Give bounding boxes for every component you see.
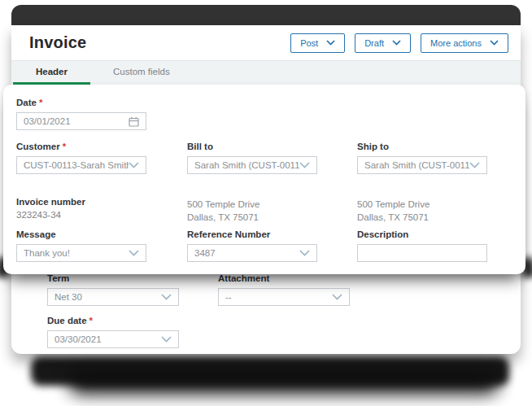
more-actions-button-label: More actions bbox=[430, 38, 482, 48]
ship-to-select[interactable]: Sarah Smith (CUST-00113) bbox=[357, 156, 487, 174]
tab-header[interactable]: Header bbox=[13, 61, 90, 85]
description-field-group: Description bbox=[357, 229, 487, 262]
message-field-group: Message Thank you! bbox=[16, 229, 146, 262]
calendar-icon[interactable] bbox=[129, 116, 139, 127]
chevron-down-icon bbox=[332, 294, 342, 300]
message-value: Thank you! bbox=[24, 248, 70, 258]
customer-label-text: Customer bbox=[16, 142, 60, 151]
date-label: Date* bbox=[16, 98, 146, 107]
chevron-down-icon bbox=[129, 162, 139, 168]
customer-value: CUST-00113-Sarah Smith bbox=[24, 160, 129, 170]
description-input[interactable] bbox=[357, 244, 487, 262]
bill-to-address: 500 Temple Drive Dallas, TX 75071 bbox=[187, 198, 317, 224]
ship-to-value: Sarah Smith (CUST-00113) bbox=[364, 160, 469, 170]
invoice-number-label: Invoice number bbox=[16, 197, 146, 207]
tab-custom-fields[interactable]: Custom fields bbox=[90, 61, 193, 85]
chevron-down-icon bbox=[299, 250, 310, 256]
post-button-label: Post bbox=[300, 38, 318, 48]
post-button[interactable]: Post bbox=[290, 33, 345, 53]
bill-to-label: Bill to bbox=[187, 142, 317, 151]
chevron-down-icon bbox=[161, 294, 172, 300]
ship-to-label: Ship to bbox=[357, 142, 487, 151]
bill-to-field-group: Bill to Sarah Smith (CUST-00113) bbox=[187, 142, 317, 174]
customer-label: Customer* bbox=[16, 142, 146, 151]
date-field-group: Date* 03/01/2021 bbox=[16, 98, 146, 130]
draft-button[interactable]: Draft bbox=[355, 33, 411, 53]
reference-number-label: Reference Number bbox=[187, 229, 317, 239]
message-select[interactable]: Thank you! bbox=[16, 244, 146, 262]
reference-number-select[interactable]: 3487 bbox=[187, 244, 317, 262]
term-field-group: Term Net 30 bbox=[47, 273, 179, 306]
chevron-down-icon bbox=[326, 40, 335, 46]
bill-to-address-line2: Dallas, TX 75071 bbox=[187, 211, 317, 224]
reference-number-field-group: Reference Number 3487 bbox=[187, 229, 317, 262]
message-label: Message bbox=[16, 229, 146, 239]
ship-to-field-group: Ship to Sarah Smith (CUST-00113) bbox=[357, 142, 487, 174]
app-header: Invoice Post Draft More actions bbox=[11, 25, 521, 60]
bill-to-select[interactable]: Sarah Smith (CUST-00113) bbox=[187, 156, 317, 174]
ship-to-address: 500 Temple Drive Dallas, TX 75071 bbox=[357, 198, 487, 224]
customer-select[interactable]: CUST-00113-Sarah Smith bbox=[16, 156, 146, 174]
required-marker: * bbox=[63, 142, 66, 151]
chevron-down-icon bbox=[469, 162, 480, 168]
date-input[interactable]: 03/01/2021 bbox=[16, 112, 146, 130]
chevron-down-icon bbox=[299, 162, 310, 168]
due-date-label: Due date* bbox=[47, 316, 179, 325]
chevron-down-icon bbox=[490, 40, 499, 46]
more-actions-button[interactable]: More actions bbox=[421, 33, 508, 53]
due-date-value: 03/30/2021 bbox=[55, 334, 102, 344]
attachment-field-group: Attachment -- bbox=[218, 273, 350, 306]
date-value: 03/01/2021 bbox=[24, 116, 71, 126]
term-select[interactable]: Net 30 bbox=[47, 288, 179, 306]
due-date-field-group: Due date* 03/30/2021 bbox=[47, 316, 179, 348]
due-date-select[interactable]: 03/30/2021 bbox=[47, 330, 179, 348]
ship-to-address-line1: 500 Temple Drive bbox=[357, 198, 487, 211]
term-value: Net 30 bbox=[55, 292, 82, 302]
header-actions: Post Draft More actions bbox=[290, 33, 508, 53]
draft-button-label: Draft bbox=[364, 38, 384, 48]
attachment-select[interactable]: -- bbox=[218, 288, 350, 306]
screenshot-stage: Invoice Post Draft More actions bbox=[0, 0, 532, 406]
invoice-number-value: 323243-34 bbox=[16, 210, 146, 220]
page-title: Invoice bbox=[29, 33, 86, 52]
term-label: Term bbox=[47, 273, 179, 283]
due-date-label-text: Due date bbox=[47, 316, 87, 325]
date-label-text: Date bbox=[16, 98, 37, 107]
required-marker: * bbox=[39, 98, 42, 107]
attachment-label: Attachment bbox=[218, 273, 350, 283]
customer-field-group: Customer* CUST-00113-Sarah Smith bbox=[16, 142, 146, 174]
description-label: Description bbox=[357, 229, 487, 239]
tab-header-label: Header bbox=[36, 67, 68, 76]
tab-custom-fields-label: Custom fields bbox=[113, 67, 170, 76]
window-drop-shadow-soft bbox=[68, 370, 499, 395]
invoice-number-group: Invoice number 323243-34 bbox=[16, 197, 146, 220]
window-titlebar bbox=[11, 5, 521, 25]
ship-to-address-line2: Dallas, TX 75071 bbox=[357, 211, 487, 224]
bill-to-value: Sarah Smith (CUST-00113) bbox=[194, 160, 299, 170]
invoice-header-card: Date* 03/01/2021 Customer* CUST-00113-Sa… bbox=[3, 85, 525, 274]
reference-number-value: 3487 bbox=[194, 248, 216, 258]
chevron-down-icon bbox=[161, 336, 172, 343]
bill-to-address-line1: 500 Temple Drive bbox=[187, 198, 317, 211]
chevron-down-icon bbox=[129, 250, 139, 256]
chevron-down-icon bbox=[392, 40, 401, 46]
tab-bar: Header Custom fields bbox=[11, 60, 521, 85]
required-marker: * bbox=[89, 316, 93, 325]
attachment-value: -- bbox=[225, 292, 232, 302]
